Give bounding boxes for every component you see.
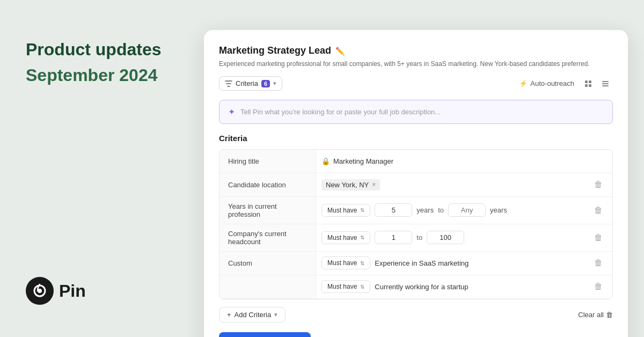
modal-container: Marketing Strategy Lead ✏️ Experienced m… bbox=[204, 30, 628, 337]
hiring-title-row: Hiring title 🔒 Marketing Manager bbox=[219, 150, 612, 173]
custom-label: Custom bbox=[219, 252, 316, 275]
ai-sparkle-icon: ✦ bbox=[228, 107, 235, 117]
lock-icon: 🔒 bbox=[321, 157, 330, 165]
custom-1-priority-arrow: ⇅ bbox=[360, 260, 364, 266]
criteria-badge-label: Criteria bbox=[236, 79, 258, 87]
company-headcount-delete-icon[interactable]: 🗑 bbox=[590, 231, 607, 245]
hiring-title-value: 🔒 Marketing Manager bbox=[321, 157, 393, 165]
auto-outreach-button[interactable]: ⚡ Auto-outreach bbox=[519, 79, 574, 87]
custom-content-1: Must have ⇅ Experience in SaaS marketing… bbox=[316, 252, 612, 274]
add-criteria-button[interactable]: + Add Criteria ▾ bbox=[219, 307, 286, 323]
custom-row-1: Custom Must have ⇅ Experience in SaaS ma… bbox=[219, 252, 612, 275]
svg-rect-4 bbox=[589, 80, 591, 83]
custom-1-delete-icon[interactable]: 🗑 bbox=[590, 256, 607, 270]
svg-rect-3 bbox=[585, 80, 588, 83]
custom-1-priority-text: Must have bbox=[327, 259, 357, 267]
years-profession-content: Must have ⇅ years to years 🗑 bbox=[316, 199, 612, 222]
custom-1-value: Experience in SaaS marketing bbox=[375, 259, 586, 267]
edit-icon[interactable]: ✏️ bbox=[335, 47, 345, 55]
view-toggle bbox=[581, 76, 613, 91]
company-headcount-max-input[interactable] bbox=[427, 231, 464, 244]
bottom-row: + Add Criteria ▾ Clear all 🗑 bbox=[219, 307, 613, 323]
svg-rect-6 bbox=[589, 84, 591, 87]
source-candidates-button[interactable]: Source Candidates bbox=[219, 332, 311, 337]
cancel-button[interactable]: Cancel bbox=[317, 332, 349, 337]
logo-text: Pin bbox=[59, 281, 86, 301]
left-panel: Product updates September 2024 Pin bbox=[26, 0, 187, 337]
years-profession-priority[interactable]: Must have ⇅ bbox=[321, 204, 370, 217]
pin-logo-icon bbox=[26, 277, 54, 305]
add-criteria-label: Add Criteria bbox=[235, 311, 272, 319]
clear-all-button[interactable]: Clear all 🗑 bbox=[578, 311, 613, 319]
criteria-dropdown-arrow: ▾ bbox=[273, 80, 276, 87]
company-headcount-row: Company's current headcount Must have ⇅ … bbox=[219, 224, 612, 252]
ai-input-placeholder: Tell Pin what you're looking for or past… bbox=[240, 108, 441, 116]
grid-view-button[interactable] bbox=[581, 76, 596, 91]
years-profession-years-label2: years bbox=[490, 206, 507, 214]
years-profession-priority-text: Must have bbox=[327, 207, 357, 214]
product-updates-title: Product updates bbox=[26, 39, 187, 61]
candidate-location-row: Candidate location New York, NY × 🗑 bbox=[219, 173, 612, 197]
modal-header: Marketing Strategy Lead ✏️ Experienced m… bbox=[219, 45, 613, 69]
hiring-title-text: Marketing Manager bbox=[333, 157, 393, 165]
company-headcount-priority[interactable]: Must have ⇅ bbox=[321, 231, 370, 244]
modal-title: Marketing Strategy Lead bbox=[219, 45, 331, 56]
criteria-badge[interactable]: Criteria 6 ▾ bbox=[219, 76, 282, 91]
clear-all-icon: 🗑 bbox=[606, 311, 613, 319]
action-buttons: Source Candidates Cancel bbox=[219, 332, 613, 337]
custom-2-priority[interactable]: Must have ⇅ bbox=[321, 280, 370, 293]
lightning-icon: ⚡ bbox=[519, 79, 528, 87]
hiring-title-label: Hiring title bbox=[219, 150, 316, 173]
custom-2-delete-icon[interactable]: 🗑 bbox=[590, 280, 607, 294]
company-headcount-to: to bbox=[416, 233, 422, 241]
auto-outreach-label: Auto-outreach bbox=[530, 79, 574, 87]
filter-icon bbox=[225, 80, 232, 87]
years-profession-min-input[interactable] bbox=[375, 203, 412, 217]
candidate-location-content: New York, NY × 🗑 bbox=[316, 173, 612, 196]
clear-all-label: Clear all bbox=[578, 311, 604, 319]
list-view-button[interactable] bbox=[598, 76, 613, 91]
years-profession-years-label1: years bbox=[416, 206, 434, 214]
custom-2-priority-text: Must have bbox=[327, 283, 357, 290]
company-headcount-priority-arrow: ⇅ bbox=[360, 235, 364, 240]
location-remove-button[interactable]: × bbox=[372, 181, 376, 188]
custom-2-priority-arrow: ⇅ bbox=[360, 284, 364, 290]
svg-rect-5 bbox=[585, 84, 588, 87]
custom-1-priority[interactable]: Must have ⇅ bbox=[321, 257, 370, 269]
product-updates-date: September 2024 bbox=[26, 65, 187, 85]
custom-2-value: Currently working for a startup bbox=[375, 283, 586, 291]
custom-row-2: Must have ⇅ Currently working for a star… bbox=[219, 275, 612, 299]
years-profession-to: to bbox=[438, 206, 444, 214]
company-headcount-label: Company's current headcount bbox=[219, 224, 316, 251]
hiring-title-content: 🔒 Marketing Manager bbox=[316, 153, 612, 170]
custom-content-2: Must have ⇅ Currently working for a star… bbox=[316, 275, 612, 298]
years-profession-row: Years in current profession Must have ⇅ … bbox=[219, 197, 612, 224]
svg-rect-7 bbox=[602, 81, 609, 82]
location-tag: New York, NY × bbox=[321, 179, 380, 191]
modal-subtitle: Experienced marketing professional for s… bbox=[219, 60, 613, 69]
criteria-section-label: Criteria bbox=[219, 134, 613, 143]
years-profession-max-input[interactable] bbox=[448, 203, 486, 217]
location-text: New York, NY bbox=[326, 181, 369, 189]
years-profession-priority-arrow: ⇅ bbox=[360, 207, 364, 213]
company-headcount-min-input[interactable] bbox=[375, 231, 412, 244]
modal-title-row: Marketing Strategy Lead ✏️ bbox=[219, 45, 613, 56]
candidate-location-label: Candidate location bbox=[219, 173, 316, 196]
logo-area: Pin bbox=[26, 277, 187, 305]
company-headcount-content: Must have ⇅ to 🗑 bbox=[316, 226, 612, 249]
criteria-count: 6 bbox=[261, 80, 270, 87]
years-profession-delete-icon[interactable]: 🗑 bbox=[590, 203, 607, 217]
toolbar-row: Criteria 6 ▾ ⚡ Auto-outreach bbox=[219, 76, 613, 91]
add-criteria-plus: + bbox=[227, 311, 231, 319]
location-delete-icon[interactable]: 🗑 bbox=[590, 178, 607, 192]
custom-row-2-empty bbox=[219, 275, 316, 298]
company-headcount-priority-text: Must have bbox=[327, 234, 357, 241]
ai-input-area[interactable]: ✦ Tell Pin what you're looking for or pa… bbox=[219, 100, 613, 124]
toolbar-right: ⚡ Auto-outreach bbox=[519, 76, 613, 91]
years-profession-label: Years in current profession bbox=[219, 197, 316, 224]
add-criteria-arrow: ▾ bbox=[274, 311, 277, 318]
criteria-table: Hiring title 🔒 Marketing Manager Candida… bbox=[219, 149, 613, 299]
svg-rect-9 bbox=[602, 85, 609, 86]
svg-rect-8 bbox=[602, 83, 609, 84]
